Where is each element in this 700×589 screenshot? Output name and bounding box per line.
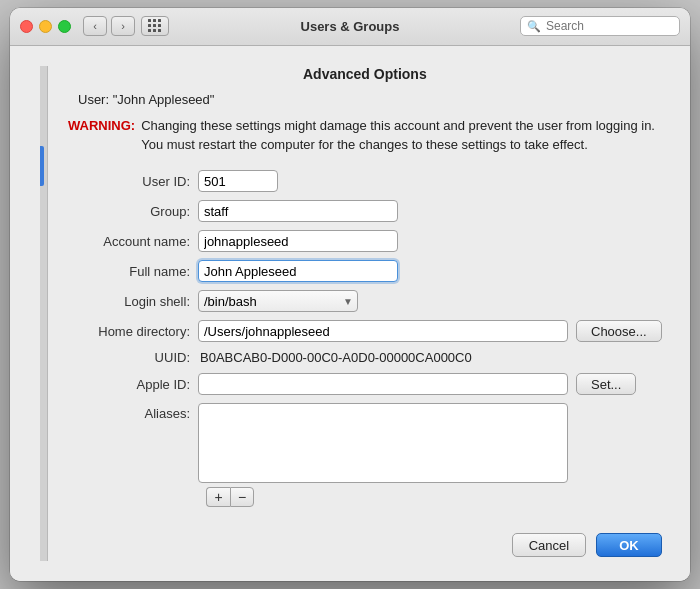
window-title: Users & Groups <box>301 19 400 34</box>
choose-button[interactable]: Choose... <box>576 320 662 342</box>
apple-id-label: Apple ID: <box>68 377 198 392</box>
user-id-input[interactable] <box>198 170 278 192</box>
warning-label: WARNING: <box>68 117 135 155</box>
full-name-row: Full name: <box>68 260 662 282</box>
aliases-row: Aliases: <box>68 403 662 483</box>
main-window: ‹ › Users & Groups 🔍 Advanced Options <box>10 8 690 582</box>
user-id-row: User ID: <box>68 170 662 192</box>
warning-text: Changing these settings might damage thi… <box>141 117 661 155</box>
group-label: Group: <box>68 204 198 219</box>
account-name-label: Account name: <box>68 234 198 249</box>
grid-view-button[interactable] <box>141 16 169 36</box>
close-button[interactable] <box>20 20 33 33</box>
ok-button[interactable]: OK <box>596 533 662 557</box>
apple-id-row: Apple ID: Set... <box>68 373 662 395</box>
set-button[interactable]: Set... <box>576 373 636 395</box>
search-input[interactable] <box>546 19 673 33</box>
add-alias-button[interactable]: + <box>206 487 230 507</box>
login-shell-row: Login shell: /bin/bash /bin/sh /bin/zsh … <box>68 290 662 312</box>
dialog-title: Advanced Options <box>68 66 662 82</box>
sidebar-active-indicator <box>40 146 44 186</box>
account-name-row: Account name: <box>68 230 662 252</box>
aliases-label: Aliases: <box>68 403 198 421</box>
account-name-input[interactable] <box>198 230 398 252</box>
group-row: Group: <box>68 200 662 222</box>
home-directory-row: Home directory: Choose... <box>68 320 662 342</box>
group-input[interactable] <box>198 200 398 222</box>
search-icon: 🔍 <box>527 20 541 33</box>
uuid-value: B0ABCAB0-D000-00C0-A0D0-00000CA000C0 <box>198 350 472 365</box>
user-value: "John Appleseed" <box>113 92 215 107</box>
home-directory-input[interactable] <box>198 320 568 342</box>
form-rows: User ID: Group: Account name: <box>68 170 662 483</box>
grid-icon <box>148 19 162 33</box>
full-name-input[interactable] <box>198 260 398 282</box>
traffic-lights <box>20 20 71 33</box>
plus-minus-row: + − <box>206 487 662 507</box>
advanced-options-dialog: Advanced Options User: "John Appleseed" … <box>68 66 662 562</box>
maximize-button[interactable] <box>58 20 71 33</box>
search-bar[interactable]: 🔍 <box>520 16 680 36</box>
full-name-label: Full name: <box>68 264 198 279</box>
remove-alias-button[interactable]: − <box>230 487 254 507</box>
main-content: Advanced Options User: "John Appleseed" … <box>10 46 690 582</box>
cancel-button[interactable]: Cancel <box>512 533 586 557</box>
sidebar-strip <box>40 66 48 562</box>
user-line: User: "John Appleseed" <box>78 92 662 107</box>
user-id-label: User ID: <box>68 174 198 189</box>
login-shell-label: Login shell: <box>68 294 198 309</box>
titlebar: ‹ › Users & Groups 🔍 <box>10 8 690 46</box>
dialog-footer: Cancel OK <box>68 523 662 561</box>
warning-block: WARNING: Changing these settings might d… <box>68 117 662 155</box>
home-directory-label: Home directory: <box>68 324 198 339</box>
nav-buttons: ‹ › <box>83 16 135 36</box>
forward-button[interactable]: › <box>111 16 135 36</box>
uuid-row: UUID: B0ABCAB0-D000-00C0-A0D0-00000CA000… <box>68 350 662 365</box>
login-shell-select[interactable]: /bin/bash /bin/sh /bin/zsh /usr/bin/fals… <box>198 290 358 312</box>
uuid-label: UUID: <box>68 350 198 365</box>
layout: Advanced Options User: "John Appleseed" … <box>40 66 660 562</box>
minimize-button[interactable] <box>39 20 52 33</box>
apple-id-input[interactable] <box>198 373 568 395</box>
user-label: User: <box>78 92 109 107</box>
back-button[interactable]: ‹ <box>83 16 107 36</box>
aliases-textarea[interactable] <box>198 403 568 483</box>
login-shell-wrapper: /bin/bash /bin/sh /bin/zsh /usr/bin/fals… <box>198 290 358 312</box>
